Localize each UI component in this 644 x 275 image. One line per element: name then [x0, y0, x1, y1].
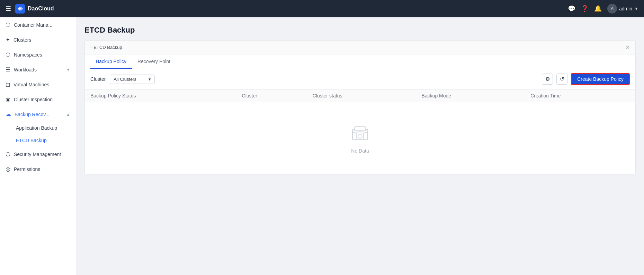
tab-recovery-point[interactable]: Recovery Point — [132, 54, 176, 69]
no-data-state: No Data — [85, 102, 635, 174]
logo-area: DaoCloud — [15, 4, 54, 14]
sidebar-item-clusters[interactable]: ✦ Clusters — [0, 32, 76, 47]
no-data-text: No Data — [351, 148, 369, 154]
col-backup-policy-status: Backup Policy Status — [85, 89, 236, 102]
namespaces-icon: ⬡ — [6, 51, 10, 58]
col-cluster-status: Cluster status — [307, 89, 416, 102]
page-title: ETCD Backup — [84, 26, 636, 35]
col-backup-mode: Backup Mode — [416, 89, 525, 102]
sidebar-subitem-etcd-backup[interactable]: ETCD Backup — [0, 134, 76, 147]
sidebar-item-namespaces[interactable]: ⬡ Namespaces — [0, 47, 76, 62]
cube-icon: ⬡ — [6, 22, 10, 28]
sidebar-label-workloads: Workloads — [14, 67, 63, 72]
main-content: ETCD Backup › ETCD Backup ✕ Backup Polic… — [76, 17, 644, 275]
cluster-select-value: All Clusters — [114, 77, 146, 82]
permissions-icon: ◎ — [6, 166, 10, 172]
tab-backup-policy[interactable]: Backup Policy — [90, 54, 132, 69]
backup-policy-table: Backup Policy Status Cluster Cluster sta… — [85, 89, 635, 102]
col-creation-time: Creation Time — [525, 89, 635, 102]
breadcrumb-text: ETCD Backup — [93, 45, 122, 50]
sidebar-label-backup: Backup Recov... — [15, 112, 63, 117]
sidebar-item-cluster-inspection[interactable]: ◉ Cluster Inspection — [0, 92, 76, 107]
col-cluster: Cluster — [236, 89, 307, 102]
sidebar-label-vm: Virtual Machines — [14, 82, 70, 87]
backup-icon: ☁ — [6, 111, 11, 118]
toolbar-actions: ⚙ ↺ Create Backup Policy — [542, 73, 630, 85]
sidebar-item-permissions[interactable]: ◎ Permissions — [0, 162, 76, 177]
workloads-icon: ☰ — [6, 66, 10, 73]
toolbar: Cluster All Clusters ▾ ⚙ ↺ Create Backup… — [85, 69, 635, 89]
etcd-backup-label: ETCD Backup — [16, 138, 47, 143]
no-data-icon — [350, 123, 370, 144]
sidebar-label-clusters: Clusters — [14, 37, 70, 43]
brand-name: DaoCloud — [28, 6, 54, 12]
breadcrumb-chevron-icon: › — [90, 45, 91, 49]
notification-icon[interactable]: 🔔 — [594, 5, 602, 12]
daocloud-logo — [15, 4, 25, 14]
refresh-icon: ↺ — [560, 76, 564, 82]
app-backup-label: Application Backup — [16, 125, 57, 131]
sidebar-subitem-application-backup[interactable]: Application Backup — [0, 122, 76, 134]
security-icon: ⬡ — [6, 151, 10, 157]
create-backup-policy-button[interactable]: Create Backup Policy — [571, 73, 630, 85]
table-header: Backup Policy Status Cluster Cluster sta… — [85, 89, 635, 102]
tabs-bar: Backup Policy Recovery Point — [85, 54, 635, 69]
module-label: Container Mana... — [14, 22, 70, 28]
hamburger-icon[interactable]: ☰ — [6, 5, 11, 12]
svg-point-3 — [358, 134, 362, 138]
inspection-icon: ◉ — [6, 96, 10, 103]
avatar: A — [607, 4, 617, 14]
settings-button[interactable]: ⚙ — [542, 74, 553, 85]
table-wrapper: Backup Policy Status Cluster Cluster sta… — [85, 89, 635, 174]
sidebar-label-permissions: Permissions — [14, 166, 70, 172]
user-name: admin — [619, 6, 632, 11]
vm-icon: ◻ — [6, 81, 10, 88]
workloads-arrow-icon: ▼ — [66, 67, 70, 72]
cluster-filter-label: Cluster — [90, 76, 106, 82]
sidebar-item-backup-recovery[interactable]: ☁ Backup Recov... ▲ — [0, 107, 76, 122]
sidebar: ⬡ Container Mana... ✦ Clusters ⬡ Namespa… — [0, 17, 76, 275]
close-icon[interactable]: ✕ — [625, 44, 630, 51]
main-card: › ETCD Backup ✕ Backup Policy Recovery P… — [84, 40, 636, 175]
refresh-button[interactable]: ↺ — [556, 74, 567, 85]
sidebar-item-security-management[interactable]: ⬡ Security Management — [0, 147, 76, 162]
sidebar-label-inspection: Cluster Inspection — [14, 97, 70, 102]
sidebar-item-module[interactable]: ⬡ Container Mana... — [0, 17, 76, 32]
svg-rect-2 — [355, 127, 366, 131]
message-icon[interactable]: 💬 — [568, 5, 575, 12]
topnav: ☰ DaoCloud 💬 ❓ 🔔 A admin ▼ — [0, 0, 644, 17]
cluster-select-chevron-icon: ▾ — [149, 77, 151, 82]
breadcrumb-bar: › ETCD Backup ✕ — [85, 41, 635, 54]
sidebar-label-security: Security Management — [14, 152, 70, 157]
user-menu[interactable]: A admin ▼ — [607, 4, 638, 14]
chevron-down-icon: ▼ — [634, 6, 638, 11]
sidebar-label-namespaces: Namespaces — [14, 52, 70, 58]
clusters-icon: ✦ — [6, 36, 10, 43]
sidebar-item-virtual-machines[interactable]: ◻ Virtual Machines — [0, 77, 76, 92]
help-icon[interactable]: ❓ — [581, 5, 589, 12]
backup-arrow-icon: ▲ — [66, 112, 70, 117]
sidebar-item-workloads[interactable]: ☰ Workloads ▼ — [0, 62, 76, 77]
gear-icon: ⚙ — [545, 76, 550, 82]
cluster-select[interactable]: All Clusters ▾ — [110, 75, 155, 84]
breadcrumb: › ETCD Backup — [90, 45, 122, 50]
